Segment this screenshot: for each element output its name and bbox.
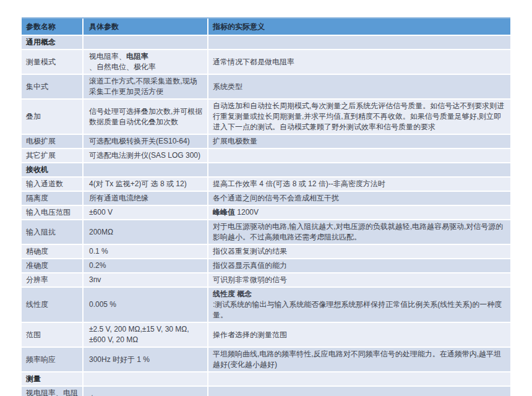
cell-text: 输入通道数 — [26, 179, 63, 189]
param-name-cell: 频率响应 — [22, 348, 82, 371]
param-value-cell: 有 — [84, 387, 207, 396]
cell-text: 范围 — [26, 330, 41, 340]
param-value-cell — [84, 372, 207, 385]
cell-text: 通常情况下都是做电阻率 — [213, 57, 294, 67]
cell-text: 1200V — [235, 207, 259, 218]
cell-text: 通用概念 — [26, 37, 56, 48]
param-value-cell: 0.1 % — [84, 245, 207, 258]
param-meaning-cell: 提高工作效率 4 倍(可选 8 或 12 倍)--非高密度方法时 — [208, 178, 510, 191]
cell-text: ±2.5 V, 200 MΩ,±15 V, 30 MΩ,±600 V, 20 M… — [89, 324, 203, 345]
param-value-cell: 3nv — [84, 273, 207, 286]
param-name-cell: 测量 — [22, 372, 82, 385]
param-meaning-cell: 平坦频响曲线,电路的频率特性,反应电路对不同频率信号的处理能力。在通频带内,越平… — [208, 348, 510, 371]
table-row: 输入通道数 4(对 Tx 监视+2)可 选 8 或 12) 提高工作效率 4 倍… — [22, 178, 510, 191]
param-name-cell: 输入阻抗 — [22, 220, 82, 244]
param-value-cell: 0.2% — [84, 259, 207, 272]
cell-text: 0.1 % — [89, 246, 108, 257]
cell-text: ±600 V — [89, 207, 113, 218]
cell-text: 信号处理可选择叠加次数,并可根据数据质量自动优化叠加次数 — [89, 106, 203, 127]
param-value-cell: 4(对 Tx 监视+2)可 选 8 或 12) — [84, 178, 207, 191]
table-row: 线性度 0.005 % 线性度 概念:测试系统的输出与输入系统能否像理想系统那样… — [22, 288, 510, 322]
param-name-cell: 线性度 — [22, 288, 82, 322]
param-meaning-cell: 各个通道之间的信号不会造成相互干扰 — [208, 192, 510, 205]
param-name-cell: 隔离度 — [22, 192, 82, 205]
cell-text: 有 — [89, 394, 97, 396]
cell-text: 系统类型 — [213, 82, 242, 92]
param-meaning-cell: 自动迭加和自动拉长周期模式,每次测量之后系统先评估信号质量。如信号达不到要求则进… — [208, 100, 510, 134]
param-name-cell: 输入电压范围 — [22, 206, 82, 219]
cell-text: 视电阻率、 — [89, 51, 126, 62]
cell-text: 300Hz 时好于 1 % — [89, 355, 150, 365]
spec-table: 参数名称 具体参数 指标的实际意义 通用概念 测量模式 视电阻率、电阻率、自然电… — [22, 17, 510, 396]
param-value-cell: ±2.5 V, 200 MΩ,±15 V, 30 MΩ,±600 V, 20 M… — [84, 323, 207, 346]
param-meaning-cell: 可识别非常微弱的信号 — [208, 273, 510, 286]
cell-text: 提高工作效率 4 倍(可选 8 或 12 倍)--非高密度方法时 — [213, 179, 385, 189]
table-row: 分辨率 3nv 可识别非常微弱的信号 — [22, 273, 510, 286]
cell-text: 输入阻抗 — [26, 227, 56, 238]
cell-text: 输入电压范围 — [26, 207, 71, 218]
param-value-cell — [84, 36, 207, 49]
param-name-cell: 输入通道数 — [22, 178, 82, 191]
param-name-cell: 精确度 — [22, 245, 82, 258]
cell-text: 200MΩ — [89, 227, 113, 238]
table-row: 频率响应 300Hz 时好于 1 % 平坦频响曲线,电路的频率特性,反应电路对不… — [22, 348, 510, 371]
param-value-cell: 信号处理可选择叠加次数,并可根据数据质量自动优化叠加次数 — [84, 100, 207, 134]
cell-text: 视电阻率、电阻率 — [26, 388, 78, 396]
header-cell-param-value: 具体参数 — [84, 19, 207, 35]
table-row: 视电阻率、电阻率 有 — [22, 387, 510, 396]
cell-text: 集中式 — [26, 82, 48, 92]
table-row: 其它扩展 可选配电法测井仪(SAS LOG 300) — [22, 149, 510, 162]
param-name-cell: 接收机 — [22, 163, 82, 176]
document-page: 参数名称 具体参数 指标的实际意义 通用概念 测量模式 视电阻率、电阻率、自然电… — [0, 0, 532, 396]
param-meaning-cell: 线性度 概念:测试系统的输出与输入系统能否像理想系统那样保持正常值比例关系(线性… — [208, 288, 510, 322]
param-name-cell: 分辨率 — [22, 273, 82, 286]
table-row: 隔离度 所有通道电流绝缘 各个通道之间的信号不会造成相互干扰 — [22, 192, 510, 205]
table-body: 通用概念 测量模式 视电阻率、电阻率、自然电位、极化率 通常情况下都是做电阻率 … — [22, 36, 510, 396]
cell-text: 叠加 — [26, 111, 41, 122]
param-meaning-cell: 扩展电极数量 — [208, 135, 510, 148]
param-name-cell: 测量模式 — [22, 50, 82, 74]
param-name-cell: 视电阻率、电阻率 — [22, 387, 82, 396]
cell-text: 各个通道之间的信号不会造成相互干扰 — [213, 193, 339, 204]
param-value-cell: 0.005 % — [84, 288, 207, 322]
cell-text: 峰峰值 — [213, 207, 235, 218]
cell-text: 接收机 — [26, 165, 48, 175]
cell-text: 线性度 — [26, 299, 48, 310]
param-meaning-cell: 通常情况下都是做电阻率 — [208, 50, 510, 74]
param-value-cell: 可选配电极转换开关(ES10-64) — [84, 135, 207, 148]
table-header-row: 参数名称 具体参数 指标的实际意义 — [22, 19, 510, 35]
table-row: 测量模式 视电阻率、电阻率、自然电位、极化率 通常情况下都是做电阻率 — [22, 50, 510, 74]
param-name-cell: 叠加 — [22, 100, 82, 134]
table-row: 输入电压范围 ±600 V 峰峰值 1200V — [22, 206, 510, 219]
table-row: 叠加 信号处理可选择叠加次数,并可根据数据质量自动优化叠加次数 自动迭加和自动拉… — [22, 100, 510, 134]
cell-text: 指仪器显示真值的能力 — [213, 260, 287, 271]
table-row: 准确度 0.2% 指仪器显示真值的能力 — [22, 259, 510, 272]
cell-text: 0.005 % — [89, 299, 116, 310]
param-meaning-cell: 指仪器显示真值的能力 — [208, 259, 510, 272]
param-name-cell: 范围 — [22, 323, 82, 346]
table-row: 电极扩展 可选配电极转换开关(ES10-64) 扩展电极数量 — [22, 135, 510, 148]
section-row: 测量 — [22, 372, 510, 385]
param-name-cell: 准确度 — [22, 259, 82, 272]
cell-text: 3nv — [89, 275, 101, 285]
param-meaning-cell: 操作者选择的测量范围 — [208, 323, 510, 346]
table-row: 输入阻抗 200MΩ 对于电压源驱动的电路,输入阻抗越大,对电压源的负载就越轻,… — [22, 220, 510, 244]
param-meaning-cell — [208, 372, 510, 385]
param-name-cell: 电极扩展 — [22, 135, 82, 148]
cell-text: 测量 — [26, 374, 41, 384]
cell-text: 滚道工作方式,不限采集道数,现场采集工作更加灵活方便 — [89, 76, 203, 97]
cell-text: 自动迭加和自动拉长周期模式,每次测量之后系统先评估信号质量。如信号达不到要求则进… — [213, 101, 506, 132]
param-value-cell: 所有通道电流绝缘 — [84, 192, 207, 205]
param-value-cell: 滚道工作方式,不限采集道数,现场采集工作更加灵活方便 — [84, 75, 207, 98]
param-meaning-cell — [208, 149, 510, 162]
cell-text: 所有通道电流绝缘 — [89, 193, 148, 204]
cell-text: :测试系统的输出与输入系统能否像理想系统那样保持正常值比例关系(线性关系)的一种… — [213, 299, 506, 321]
param-value-cell: 200MΩ — [84, 220, 207, 244]
cell-text: 测量模式 — [26, 57, 56, 67]
section-row: 通用概念 — [22, 36, 510, 49]
cell-text: 平坦频响曲线,电路的频率特性,反应电路对不同频率信号的处理能力。在通频带内,越平… — [213, 349, 506, 370]
cell-text: 频率响应 — [26, 355, 56, 365]
section-row: 接收机 — [22, 163, 510, 176]
param-value-cell: ±600 V — [84, 206, 207, 219]
param-meaning-cell — [208, 36, 510, 49]
